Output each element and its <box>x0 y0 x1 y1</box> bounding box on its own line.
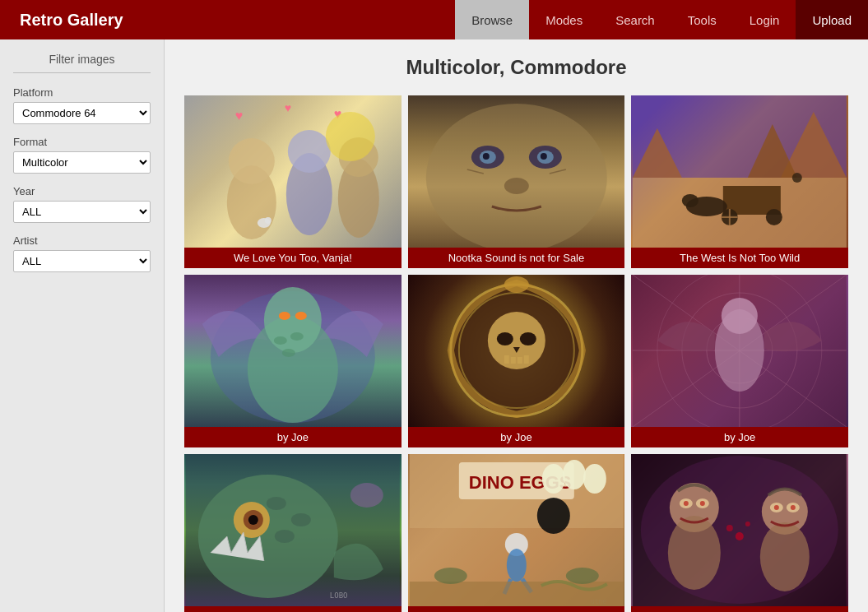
svg-point-105 <box>726 525 733 531</box>
gallery-item-7-inner: LOBO Ride <box>184 454 402 612</box>
svg-point-47 <box>519 332 536 345</box>
app-header: Retro Gallery Browse Modes Search Tools … <box>0 0 868 39</box>
nav-modes[interactable]: Modes <box>529 0 599 39</box>
gallery-item-3[interactable]: The West Is Not Too Wild <box>631 95 848 268</box>
artist-label: Artist <box>13 234 151 247</box>
gallery-thumb-3 <box>631 95 848 248</box>
gallery-item-2-inner: Nootka Sound is not for Sale <box>408 95 625 268</box>
svg-rect-49 <box>510 357 515 364</box>
svg-point-11 <box>265 217 272 224</box>
svg-point-19 <box>504 178 528 194</box>
svg-point-90 <box>641 456 838 604</box>
svg-point-64 <box>198 475 338 598</box>
gallery-thumb-6 <box>631 275 848 427</box>
year-select[interactable]: ALL 1985 1990 1995 2000 2005 2010 <box>13 201 151 223</box>
svg-point-79 <box>583 464 606 494</box>
page-title: Multicolor, Commodore <box>184 56 848 79</box>
svg-point-38 <box>274 336 287 345</box>
svg-point-34 <box>792 173 802 183</box>
svg-point-67 <box>248 515 258 525</box>
svg-point-17 <box>482 153 489 160</box>
svg-point-92 <box>668 516 721 590</box>
nav-browse[interactable]: Browse <box>455 0 529 39</box>
filter-format: Format Multicolor ALL Hires FLI <box>13 136 151 174</box>
svg-rect-48 <box>504 355 508 364</box>
svg-point-1 <box>229 138 275 184</box>
svg-text:LOBO: LOBO <box>330 591 348 600</box>
svg-point-52 <box>504 276 528 293</box>
gallery-thumb-2 <box>408 95 625 248</box>
svg-point-41 <box>279 312 290 320</box>
svg-point-42 <box>295 312 307 320</box>
gallery-item-6-inner: by Joe <box>631 275 848 447</box>
gallery-item-1-inner: ♥ ♥ ♥ We Love You Too, Vanja! <box>184 95 402 268</box>
svg-point-39 <box>290 332 304 341</box>
filter-year: Year ALL 1985 1990 1995 2000 2005 2010 <box>13 185 151 223</box>
nav-upload[interactable]: Upload <box>796 0 868 39</box>
gallery-caption-9: new zombie-movie trailer screenshot <box>631 606 848 612</box>
svg-point-9 <box>326 112 375 161</box>
svg-point-12 <box>425 104 606 248</box>
gallery-caption-3: The West Is Not Too Wild <box>631 248 848 268</box>
gallery-item-5[interactable]: by Joe <box>408 275 625 447</box>
svg-point-85 <box>434 568 466 584</box>
main-nav: Browse Modes Search Tools Login Upload <box>455 0 868 39</box>
gallery-thumb-5 <box>408 275 625 427</box>
gallery-thumb-9 <box>631 454 848 606</box>
svg-point-98 <box>760 522 810 591</box>
gallery-caption-1: We Love You Too, Vanja! <box>184 248 402 268</box>
gallery-item-3-inner: The West Is Not Too Wild <box>631 95 848 268</box>
artist-select[interactable]: ALL Joe Various <box>13 250 151 272</box>
svg-point-95 <box>684 501 689 506</box>
gallery-caption-8: Dino Eggs loader picture <box>408 606 625 612</box>
svg-point-62 <box>722 298 758 334</box>
gallery-caption-7: Ride <box>184 606 402 612</box>
year-label: Year <box>13 185 151 197</box>
format-label: Format <box>13 136 151 148</box>
svg-point-87 <box>536 498 569 534</box>
svg-point-104 <box>745 522 750 526</box>
platform-label: Platform <box>13 86 151 99</box>
svg-text:utne: utne <box>590 598 606 605</box>
svg-point-102 <box>791 505 796 510</box>
svg-point-3 <box>288 130 331 173</box>
content-area: Multicolor, Commodore <box>165 39 868 612</box>
gallery-thumb-4 <box>184 275 402 427</box>
svg-point-69 <box>291 513 311 526</box>
svg-point-33 <box>682 194 699 207</box>
format-select[interactable]: Multicolor ALL Hires FLI <box>13 151 151 174</box>
svg-point-86 <box>565 568 598 584</box>
gallery-item-9[interactable]: new zombie-movie trailer screenshot <box>631 454 848 612</box>
gallery-item-8[interactable]: DINO EGGS <box>408 454 625 612</box>
svg-point-37 <box>264 287 322 353</box>
gallery-thumb-8: DINO EGGS <box>408 454 625 606</box>
svg-point-18 <box>540 153 546 160</box>
sidebar-title: Filter images <box>13 53 151 73</box>
svg-rect-51 <box>523 355 528 364</box>
nav-search[interactable]: Search <box>599 0 671 39</box>
gallery-item-4-inner: by Joe <box>184 275 402 447</box>
svg-point-81 <box>506 549 526 582</box>
gallery-thumb-1: ♥ ♥ ♥ <box>184 95 402 248</box>
svg-point-77 <box>541 464 564 494</box>
svg-point-29 <box>766 209 782 225</box>
nav-tools[interactable]: Tools <box>671 0 733 39</box>
svg-point-71 <box>350 483 383 508</box>
main-container: Filter images Platform Commodore 64 ALL … <box>0 39 868 612</box>
svg-point-101 <box>774 505 779 510</box>
svg-text:♥: ♥ <box>235 109 244 123</box>
gallery-item-6[interactable]: by Joe <box>631 275 848 447</box>
svg-rect-50 <box>517 357 522 364</box>
gallery-item-9-inner: new zombie-movie trailer screenshot <box>631 454 848 612</box>
gallery-item-7[interactable]: LOBO Ride <box>184 454 402 612</box>
svg-point-68 <box>267 497 286 510</box>
svg-text:♥: ♥ <box>285 101 291 114</box>
gallery-item-4[interactable]: by Joe <box>184 275 402 447</box>
svg-point-40 <box>282 349 295 357</box>
nav-login[interactable]: Login <box>733 0 796 39</box>
sidebar: Filter images Platform Commodore 64 ALL … <box>0 39 165 612</box>
gallery-item-2[interactable]: Nootka Sound is not for Sale <box>408 95 625 268</box>
gallery-caption-2: Nootka Sound is not for Sale <box>408 248 625 268</box>
platform-select[interactable]: Commodore 64 ALL ZX Spectrum Amiga Atari <box>13 102 151 124</box>
gallery-item-1[interactable]: ♥ ♥ ♥ We Love You Too, Vanja! <box>184 95 402 268</box>
